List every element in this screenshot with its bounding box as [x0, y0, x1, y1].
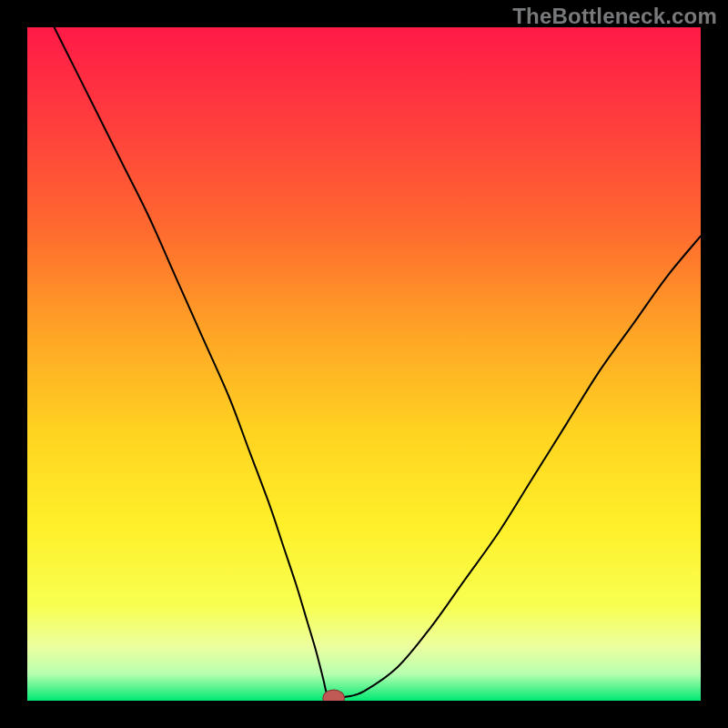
bottleneck-plot: [27, 27, 701, 701]
chart-frame: TheBottleneck.com: [0, 0, 728, 728]
watermark-text: TheBottleneck.com: [512, 4, 717, 29]
plot-background: [27, 27, 701, 701]
